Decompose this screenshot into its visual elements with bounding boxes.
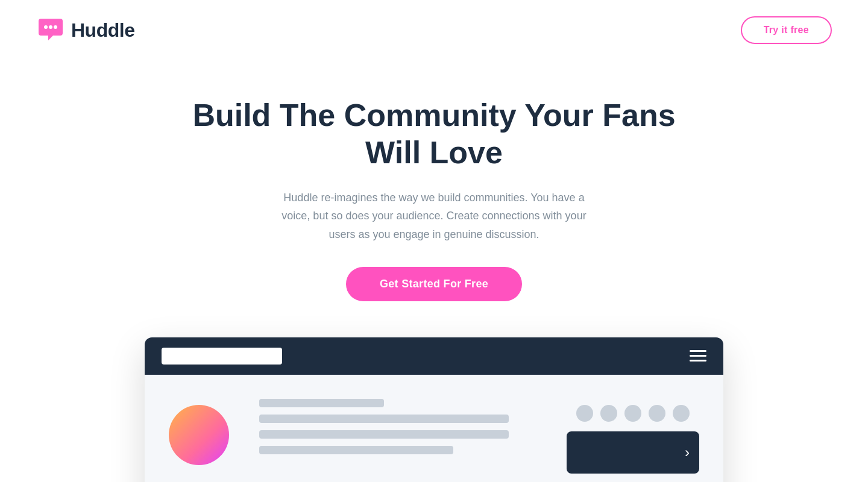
- mockup-line-4: [259, 446, 453, 454]
- header: Huddle Try it free: [0, 0, 868, 60]
- mockup-line-1: [259, 399, 384, 407]
- mockup-dots-row: [576, 405, 690, 422]
- svg-point-3: [54, 25, 57, 29]
- mockup-dot-5: [673, 405, 690, 422]
- logo-text: Huddle: [71, 19, 134, 42]
- mockup-avatar: [169, 405, 229, 465]
- mockup-arrow-icon: ›: [685, 444, 690, 461]
- menu-line-3: [690, 360, 706, 362]
- hero-section: Build The Community Your Fans Will Love …: [0, 60, 868, 331]
- mockup-dot-3: [624, 405, 641, 422]
- svg-point-2: [49, 25, 52, 29]
- mockup-dot-2: [600, 405, 617, 422]
- mockup-topbar: [145, 337, 723, 375]
- mockup-line-2: [259, 415, 509, 423]
- get-started-button[interactable]: Get Started For Free: [346, 267, 522, 301]
- mockup-dark-card: ›: [567, 431, 699, 474]
- mockup-line-3: [259, 430, 509, 439]
- huddle-logo-icon: [36, 17, 65, 43]
- menu-line-2: [690, 355, 706, 357]
- mockup-menu-icon: [690, 350, 706, 362]
- mockup-search-bar: [162, 348, 282, 365]
- try-free-button[interactable]: Try it free: [741, 16, 832, 44]
- svg-point-1: [44, 25, 48, 29]
- mockup-container: ›: [0, 337, 868, 482]
- mockup-body: ›: [145, 375, 723, 482]
- logo: Huddle: [36, 17, 134, 43]
- mockup-right-panel: ›: [567, 393, 699, 474]
- menu-line-1: [690, 350, 706, 352]
- mockup-content-lines: [259, 393, 536, 454]
- hero-title: Build The Community Your Fans Will Love: [163, 96, 705, 172]
- mockup-dot-4: [649, 405, 665, 422]
- hero-subtitle: Huddle re-imagines the way we build comm…: [277, 189, 591, 244]
- mockup-dot-1: [576, 405, 593, 422]
- app-mockup: ›: [145, 337, 723, 482]
